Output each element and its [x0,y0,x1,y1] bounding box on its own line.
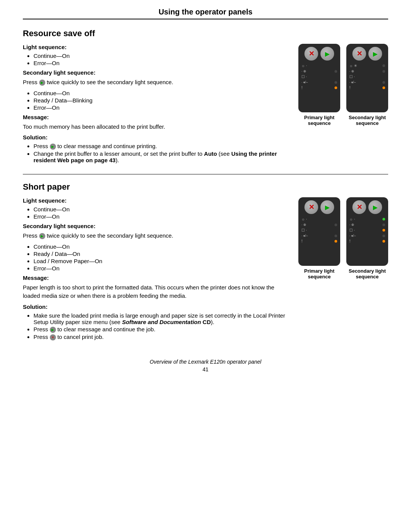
data-icon-s2: · ⊕ [349,223,354,227]
secondary-light-intro-2: Press ▶ twice quickly to see the seconda… [23,232,287,240]
dot-paper2-s2 [382,235,385,237]
short-paper-content-block: Light sequence: Continue—On Error—On Sec… [23,197,388,343]
continue-icon-inline-2: ▶ [39,233,45,239]
continue-button-panel-4 [368,200,382,214]
continue-icon-inline: ▶ [50,144,56,150]
light-row-paper-s2: ☐ · [349,228,386,232]
resource-save-off-section: Resource save off Light sequence: Contin… [23,29,388,166]
error-icon-p2: ! [301,239,303,243]
solution-list-2: Make sure the loaded print media is larg… [33,312,287,340]
message-heading-2: Message: [23,275,287,281]
ready-icon-p2: ☼ · [301,217,307,221]
dot-data-p2 [335,224,337,226]
footer-page-number: 41 [23,366,388,372]
list-item: Press ▶ to clear message and continue th… [33,326,287,333]
light-row-data-s: · ⊕ [349,69,386,73]
secondary-panel-1: ☼ ✳ · ⊕ ☐ · · ♦/– [346,44,388,126]
message-text-2: Paper length is too short to print the f… [23,283,287,300]
error-icon-s2: ! [349,239,350,243]
primary-panel-label-1: Primary lightsequence [304,115,334,126]
cancel-icon-inline: ✕ [50,334,56,340]
secondary-light-list-1: Continue—On Ready / Data—Blinking Error—… [33,90,287,111]
light-row-ready-p2: ☼ · [301,217,338,221]
operator-panel-secondary-2: ☼ · · ⊕ ☐ · · ♦/– [346,197,388,266]
message-heading-1: Message: [23,114,287,120]
paper2-icon-s2: · ♦/– [349,234,356,238]
light-row-ready: ☼ · [301,64,338,68]
list-item: Ready / Data—On [33,251,287,257]
paper2-icon-p2: · ♦/– [301,234,308,238]
primary-panel-1: ☼ · · ⊕ ☐ · · ♦/– [298,44,340,126]
light-row-data-s2: · ⊕ [349,223,386,227]
resource-save-panels-row: ☼ · · ⊕ ☐ · · ♦/– [298,44,388,126]
resource-save-content-block: Light sequence: Continue—On Error—On Sec… [23,44,388,166]
light-row-ready-s: ☼ ✳ [349,64,386,68]
dot-paper2-p2 [335,235,337,237]
dot-paper-s2 [382,229,385,232]
paper-icon-s2: ☐ · [349,228,355,232]
operator-panel-secondary-1: ☼ ✳ · ⊕ ☐ · · ♦/– [346,44,388,112]
list-item: Continue—On [33,90,287,96]
solution-heading-2: Solution: [23,304,287,310]
continue-button-panel-3 [320,200,334,214]
panel-buttons-3 [304,200,334,214]
solution-list-1: Press ▶ to clear message and continue pr… [33,143,287,163]
data-icon: · ⊕ [301,69,306,73]
secondary-light-heading-1: Secondary light sequence: [23,69,287,76]
light-sequence-heading-2: Light sequence: [23,197,287,204]
error-icon: ! [301,86,304,90]
resource-save-text: Light sequence: Continue—On Error—On Sec… [23,44,287,166]
panel-buttons-2 [352,47,382,61]
panel-buttons-4 [352,200,382,214]
light-sequence-list-1: Continue—On Error—On [33,53,287,66]
list-item: Error—On [33,265,287,272]
secondary-light-list-2: Continue—On Ready / Data—On Load / Remov… [33,243,287,272]
list-item: Continue—On [33,206,287,212]
list-item: Error—On [33,104,287,111]
light-row-paper-p2: ☐ · [301,228,338,232]
list-item: Continue—On [33,243,287,250]
cancel-button-panel-3 [304,200,318,214]
light-row-paper-s: ☐ · [349,75,386,79]
panel-buttons-1 [304,47,334,61]
paper-icon-s: ☐ · [349,75,355,79]
dot-error-p2 [335,240,337,243]
light-row-ready-s2: ☼ · [349,217,386,221]
primary-panel-label-2: Primary lightsequence [304,268,334,280]
short-paper-panels: ☼ · · ⊕ ☐ · · ♦/– [298,197,388,280]
short-paper-title: Short paper [23,182,388,192]
list-item: Make sure the loaded print media is larg… [33,312,287,325]
dot-error-s2 [382,240,385,243]
ready-icon-s: ☼ ✳ [349,64,357,68]
page-title: Using the operator panels [23,8,388,19]
continue-icon-inline-3: ▶ [50,327,56,333]
dot-data-s [382,70,385,73]
continue-button-panel [320,47,334,61]
light-row-error-s2: ! [349,239,386,243]
data-icon-p2: · ⊕ [301,223,306,227]
secondary-panel-label-1: Secondary lightsequence [349,115,386,126]
list-item: Press ▶ to clear message and continue pr… [33,143,287,150]
ready-icon-s2: ☼ · [349,217,355,221]
list-item: Error—On [33,60,287,66]
operator-panel-primary-1: ☼ · · ⊕ ☐ · · ♦/– [298,44,340,112]
paper2-icon: · ♦/– [301,80,308,84]
secondary-panel-label-2: Secondary lightsequence [349,268,386,280]
footer-italic: Overview of the Lexmark E120n operator p… [23,359,388,365]
dot-paper [335,81,337,84]
paper-icon-p2: ☐ · [301,228,307,232]
secondary-light-heading-2: Secondary light sequence: [23,223,287,229]
light-row-paper2-p2: · ♦/– [301,234,338,238]
continue-icon-inline: ▶ [39,80,45,86]
light-row-error-p2: ! [301,239,338,243]
ready-icon: ☼ · [301,64,307,68]
dot-ready [335,70,337,73]
short-paper-section: Short paper Light sequence: Continue—On … [23,182,388,343]
list-item: Press ✕ to cancel print job. [33,334,287,340]
dot-data-s2 [382,224,385,226]
list-item: Change the print buffer to a lesser amou… [33,150,287,163]
short-paper-text: Light sequence: Continue—On Error—On Sec… [23,197,287,343]
paper2-icon-s: · ♦/– [349,80,356,84]
resource-save-panels: ☼ · · ⊕ ☐ · · ♦/– [298,44,388,126]
cancel-button-panel [304,47,318,61]
